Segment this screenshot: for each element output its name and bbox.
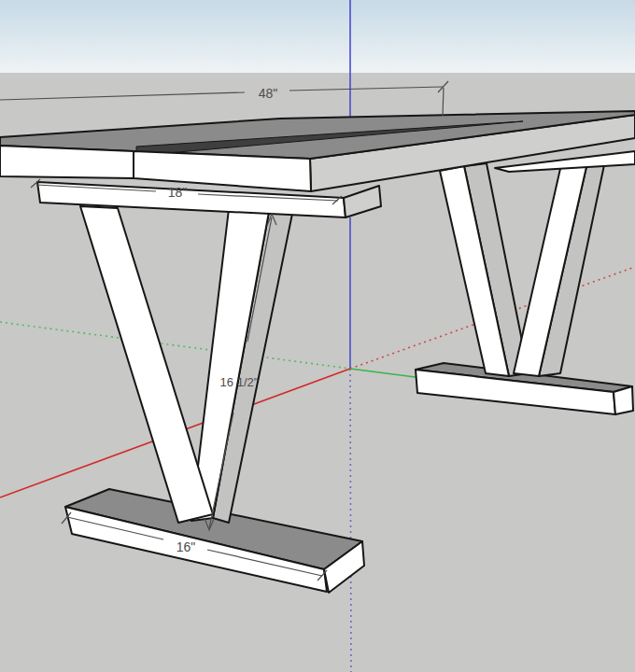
sky-backdrop (0, 0, 635, 73)
dim-18-label[interactable]: 18" (168, 185, 188, 200)
dim-48-label[interactable]: 48" (259, 86, 278, 101)
blue-axis-dotted[interactable] (350, 369, 351, 672)
dim-16-label[interactable]: 16" (176, 539, 196, 554)
dim-16-5-label[interactable]: 16 1/2" (220, 375, 259, 389)
plank1-end-face[interactable] (0, 146, 134, 178)
sketchup-viewport[interactable]: 48" 18" 16 1/2" 16" (0, 0, 635, 672)
right-foot-end-face[interactable] (614, 386, 633, 414)
